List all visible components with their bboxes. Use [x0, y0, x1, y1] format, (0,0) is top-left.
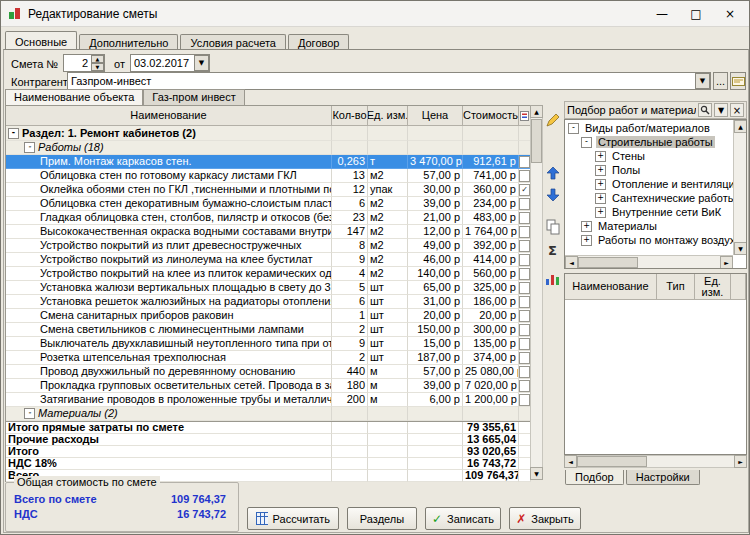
expander-icon[interactable]: + [581, 221, 592, 232]
row-checkbox[interactable] [519, 198, 530, 210]
search-button[interactable] [698, 103, 712, 117]
scroll-left-button[interactable]: ◄ [564, 455, 577, 468]
expander-icon[interactable]: + [595, 179, 606, 190]
tab-object-name[interactable]: Наименование объекта [5, 89, 143, 105]
row-checkbox[interactable] [519, 170, 530, 182]
vertical-scrollbar[interactable]: ▲ ▼ [530, 105, 543, 480]
col-unit[interactable]: Ед. изм. [368, 106, 408, 126]
tab-podbor[interactable]: Подбор [565, 470, 624, 485]
table-row[interactable]: Облицовка стен по готовому каркасу листа… [6, 169, 531, 183]
sections-button[interactable]: Разделы [347, 507, 417, 530]
row-checkbox[interactable] [519, 254, 530, 266]
expander-icon[interactable]: + [581, 235, 592, 246]
row-checkbox[interactable] [519, 338, 530, 350]
tree-vertical-scrollbar[interactable]: ▲ ▼ [733, 120, 746, 255]
contractor-card-button[interactable] [730, 72, 746, 90]
panel-close-button[interactable]: × [730, 103, 744, 117]
table-row[interactable]: Провод двухжильный по деревянному основа… [6, 365, 531, 379]
table-row[interactable]: Облицовка стен декоративным бумажно-слои… [6, 197, 531, 211]
scroll-left-button[interactable]: ◄ [565, 256, 578, 269]
maximize-button[interactable]: □ [679, 1, 713, 26]
col-cost[interactable]: Стоимость [463, 106, 519, 126]
tab-gazprom-invest[interactable]: Газ-пром инвест [143, 89, 244, 105]
table-row[interactable]: Установка жалюзи вертикальных площадью в… [6, 281, 531, 295]
expander-icon[interactable]: - [24, 142, 35, 153]
table-row[interactable]: Смена санитарных приборов раковин 1 шт 2… [6, 309, 531, 323]
tab-usloviya-rascheta[interactable]: Условия расчета [180, 34, 286, 50]
col-name[interactable]: Наименование [6, 106, 332, 126]
move-up-button[interactable] [543, 163, 562, 182]
works-group-row[interactable]: -Работы (18) [6, 141, 531, 155]
row-checkbox[interactable] [519, 324, 530, 336]
contractor-input[interactable] [67, 72, 711, 90]
estimate-number-stepper[interactable]: ▲ ▼ [91, 55, 104, 71]
table-row[interactable]: Высококачественная окраска водными соста… [6, 225, 531, 239]
expander-icon[interactable]: - [568, 123, 579, 134]
table-row[interactable]: Прокладка групповых осветительных сетей.… [6, 379, 531, 393]
expander-icon[interactable]: + [595, 193, 606, 204]
close-estimate-button[interactable]: ✗ Закрыть [509, 507, 581, 530]
table-row[interactable]: Оклейка обоями стен по ГКЛ ,тисненными и… [6, 183, 531, 197]
table-row[interactable]: Прим. Монтаж каркасов стен. 0,263 т 3 47… [6, 155, 531, 169]
tree-item[interactable]: +Стены [565, 149, 733, 163]
chart-button[interactable] [543, 269, 562, 288]
scroll-right-button[interactable]: ► [720, 256, 733, 269]
date-dropdown-button[interactable]: ▼ [194, 55, 209, 71]
tree-item[interactable]: +Полы [565, 163, 733, 177]
table-row[interactable]: Устройство покрытий из линолеума на клее… [6, 253, 531, 267]
table-row[interactable]: Установка решеток жалюзийных на радиатор… [6, 295, 531, 309]
scroll-thumb[interactable] [531, 119, 542, 163]
row-checkbox[interactable]: ✓ [519, 184, 530, 196]
save-button[interactable]: ✓ Записать [425, 507, 501, 530]
row-checkbox[interactable] [519, 156, 530, 168]
expander-icon[interactable]: + [595, 151, 606, 162]
col-type[interactable]: Тип [657, 274, 695, 300]
expander-icon[interactable]: - [24, 408, 35, 419]
close-button[interactable]: × [713, 1, 747, 26]
tree-item[interactable]: +Работы по монтажу воздуховодов [565, 233, 733, 247]
col-qty[interactable]: Кол-во [332, 106, 368, 126]
materials-group-row[interactable]: -Материалы (2) [6, 407, 531, 421]
col-unit[interactable]: Ед. изм. [695, 274, 731, 300]
row-checkbox[interactable] [519, 394, 530, 406]
dropdown-button[interactable]: ▼ [714, 103, 728, 117]
tree-item[interactable]: +Сантехнические работы [565, 191, 733, 205]
table-row[interactable]: Устройство покрытий на клее из плиток ке… [6, 267, 531, 281]
tree-item[interactable]: +Внутренние сети ВиК [565, 205, 733, 219]
tree-horizontal-scrollbar[interactable]: ◄ ► [565, 255, 733, 268]
section-row[interactable]: -Раздел: 1. Ремонт кабинетов (2) [6, 126, 531, 141]
col-name[interactable]: Наименование [565, 274, 657, 300]
minimize-button[interactable]: — [645, 1, 679, 26]
table-row[interactable]: Затягивание проводов в проложенные трубы… [6, 393, 531, 407]
copy-button[interactable] [543, 217, 562, 236]
expander-icon[interactable]: - [8, 128, 19, 139]
calculate-button[interactable]: Рассчитать [247, 507, 339, 530]
row-checkbox[interactable] [519, 226, 530, 238]
row-checkbox[interactable] [519, 282, 530, 294]
scroll-thumb[interactable] [578, 257, 638, 268]
scroll-up-button[interactable]: ▲ [530, 105, 543, 118]
row-checkbox[interactable] [519, 268, 530, 280]
row-checkbox[interactable] [519, 366, 530, 378]
tree-item[interactable]: -Строительные работы [565, 135, 733, 149]
expander-icon[interactable]: - [581, 137, 592, 148]
tab-osnovnye[interactable]: Основные [5, 31, 77, 50]
tab-dopolnitelno[interactable]: Дополнительно [79, 34, 178, 50]
sum-button[interactable]: Σ [543, 241, 562, 260]
spin-down-icon[interactable]: ▼ [91, 63, 104, 71]
spin-up-icon[interactable]: ▲ [91, 55, 104, 63]
contractor-dropdown-button[interactable]: ▼ [695, 73, 710, 89]
tree-item[interactable]: -Виды работ/материалов [565, 121, 733, 135]
scroll-down-button[interactable]: ▼ [734, 242, 747, 255]
tab-dogovor[interactable]: Договор [288, 34, 350, 50]
tree-item[interactable]: +Отопление и вентиляция.Реш [565, 177, 733, 191]
table-row[interactable]: Устройство покрытий из плит древесностру… [6, 239, 531, 253]
picker-horizontal-scrollbar[interactable]: ◄ ► [564, 455, 747, 468]
expander-icon[interactable]: + [595, 207, 606, 218]
row-checkbox[interactable] [519, 240, 530, 252]
table-row[interactable]: Гладкая облицовка стен, столбов, пилястр… [6, 211, 531, 225]
row-checkbox[interactable] [519, 352, 530, 364]
tab-nastroyki[interactable]: Настройки [626, 470, 700, 485]
table-row[interactable]: Смена светильников с люминесцентными лам… [6, 323, 531, 337]
table-row[interactable]: Розетка штепсельная трехполюсная 2 шт 18… [6, 351, 531, 365]
